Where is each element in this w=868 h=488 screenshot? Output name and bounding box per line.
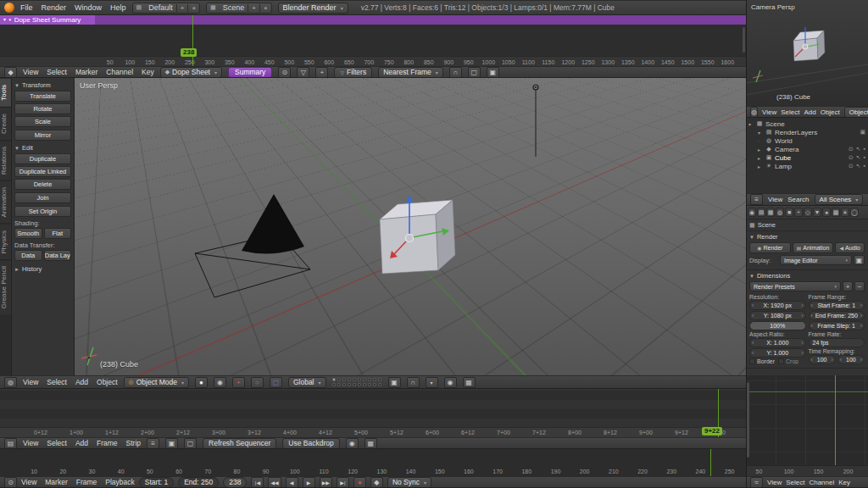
snap-magnet-icon[interactable]: ∩ xyxy=(407,377,420,388)
opengl-render-anim-icon[interactable]: ▦ xyxy=(463,377,476,388)
collapse-icon[interactable]: ▾ xyxy=(748,121,754,127)
rotate-manipulator-icon[interactable]: ○ xyxy=(251,377,264,388)
tab-grease-pencil[interactable]: Grease Pencil xyxy=(0,259,11,314)
menu-item[interactable]: Key xyxy=(838,479,850,486)
expand-icon[interactable]: ▸ xyxy=(758,147,763,152)
browse-icon[interactable]: ▦ xyxy=(207,4,220,11)
summary-toggle[interactable]: Summary xyxy=(228,67,272,78)
properties-tab[interactable]: ▤ xyxy=(757,208,765,217)
renderability-icon[interactable]: ▪ xyxy=(864,163,865,169)
snap-magnet-icon[interactable]: ∩ xyxy=(449,67,462,78)
editor-type-button[interactable]: ▤ xyxy=(4,438,17,449)
duplicate-button[interactable]: Duplicate xyxy=(14,153,71,164)
menu-item[interactable]: View xyxy=(23,378,38,386)
collapse-icon[interactable]: · xyxy=(758,138,763,143)
dope-sheet-editor[interactable]: ▾ ● Dope Sheet Summary 50100150200250300… xyxy=(0,15,746,66)
outliner-row-camera[interactable]: ▸ ◆ Camera ⊙ ↖ ▪ xyxy=(746,145,868,153)
datablock-filter-icon[interactable]: + xyxy=(315,67,328,78)
remap-old-field[interactable]: 100 xyxy=(809,355,836,364)
data-button[interactable]: Data xyxy=(14,250,42,261)
data-layout-button[interactable]: Data Lay xyxy=(44,250,72,261)
shade-flat-button[interactable]: Flat xyxy=(44,228,72,239)
menu-item[interactable]: Playback xyxy=(105,478,135,486)
render-button[interactable]: ◉Render xyxy=(749,242,791,253)
audio-button[interactable]: ◀Audio xyxy=(835,242,865,253)
scrollbar[interactable] xyxy=(743,27,745,53)
expand-icon[interactable]: ▸ xyxy=(758,164,763,169)
outliner-row-scene[interactable]: ▾ ▦ Scene xyxy=(746,119,868,128)
start-frame-field[interactable]: Start Frame: 1 xyxy=(809,301,865,310)
properties-tab[interactable]: ◯ xyxy=(850,208,859,217)
dimensions-panel-header[interactable]: ▼Dimensions xyxy=(749,272,865,280)
tab-relations[interactable]: Relations xyxy=(0,140,11,180)
properties-tab[interactable]: ● xyxy=(822,208,831,217)
snap-mode-select[interactable]: Nearest Frame xyxy=(378,67,443,78)
animation-button[interactable]: ▤Animation xyxy=(793,242,834,253)
tab-create[interactable]: Create xyxy=(0,107,11,140)
outliner-display-mode-select[interactable]: All Scenes xyxy=(815,194,864,205)
history-panel-header[interactable]: ►History xyxy=(14,265,71,273)
editor-type-button[interactable]: ≈ xyxy=(750,477,763,488)
menu-item[interactable]: View xyxy=(768,196,782,203)
timeline-editor[interactable]: 1020304050607080901001101201301401501601… xyxy=(0,449,746,476)
translate-button[interactable]: Translate xyxy=(14,91,71,102)
menu-item[interactable]: Add xyxy=(804,108,815,116)
properties-tab[interactable]: ◇ xyxy=(804,208,812,217)
menu-item[interactable]: Select xyxy=(47,378,67,386)
cone-object[interactable] xyxy=(242,194,304,254)
proxy-icon[interactable]: ◉ xyxy=(346,438,359,449)
editor-type-button[interactable]: ◆ xyxy=(4,67,17,78)
browse-icon[interactable]: ▤ xyxy=(133,4,146,11)
current-frame-indicator[interactable]: 9+22 xyxy=(702,427,722,435)
shade-smooth-button[interactable]: Smooth xyxy=(14,228,42,239)
properties-tab[interactable]: ∗ xyxy=(841,208,849,217)
remove-preset-button[interactable]: − xyxy=(854,281,865,291)
3d-viewport[interactable]: User Persp (238) Cube xyxy=(75,78,746,375)
end-frame-field[interactable]: End: 250 xyxy=(178,477,219,488)
screen-layout-selector[interactable]: ▤ Default + × xyxy=(132,3,201,14)
menu-item[interactable]: View xyxy=(23,439,38,447)
paste-keyframes-button[interactable]: ▣ xyxy=(487,67,499,78)
editor-type-button[interactable]: ≡ xyxy=(750,194,763,205)
editor-type-button[interactable]: ◍ xyxy=(750,107,758,118)
translate-manipulator-icon[interactable]: + xyxy=(232,377,245,388)
opengl-render-icon[interactable]: ◉ xyxy=(444,377,457,388)
menu-item[interactable]: Help xyxy=(110,3,126,12)
properties-tab[interactable]: ▩ xyxy=(832,208,840,217)
scrollbar[interactable] xyxy=(747,382,749,458)
overlay-icon[interactable]: ▦ xyxy=(364,438,377,449)
rotate-button[interactable]: Rotate xyxy=(14,103,71,114)
menu-item[interactable]: View xyxy=(767,479,782,486)
properties-tab[interactable]: ◉ xyxy=(748,208,756,217)
edit-panel-header[interactable]: ▼Edit xyxy=(14,144,71,152)
previous-keyframe-button[interactable]: ◀◀ xyxy=(268,477,281,488)
only-selected-filter-icon[interactable]: ⊙ xyxy=(278,67,291,78)
channel-icon[interactable]: ▢ xyxy=(184,438,197,449)
selectability-icon[interactable]: ↖ xyxy=(856,154,861,161)
filters-button[interactable]: ▽Filters xyxy=(334,67,372,78)
menu-item[interactable]: View xyxy=(762,108,776,116)
cube-object[interactable] xyxy=(793,30,825,61)
jump-to-end-button[interactable]: ▶| xyxy=(337,477,349,488)
menu-item[interactable]: View xyxy=(21,478,36,486)
render-panel-header[interactable]: ▼Render xyxy=(749,233,865,241)
visibility-eye-icon[interactable]: ⊙ xyxy=(849,146,854,152)
cursor-horizontal-line[interactable] xyxy=(746,391,868,392)
delete-layout-button[interactable]: × xyxy=(187,4,199,12)
collapse-icon[interactable]: ▾ xyxy=(758,130,763,136)
snap-element-icon[interactable]: ▾ xyxy=(426,377,438,388)
add-preset-button[interactable]: + xyxy=(843,281,853,291)
jump-to-start-button[interactable]: |◀ xyxy=(251,477,264,488)
menu-item[interactable]: Frame xyxy=(76,478,97,486)
menu-item[interactable]: Object xyxy=(97,378,118,386)
join-button[interactable]: Join xyxy=(14,192,71,203)
sync-mode-select[interactable]: No Sync xyxy=(387,477,431,488)
play-reverse-button[interactable]: ◀ xyxy=(286,477,298,488)
add-scene-button[interactable]: + xyxy=(248,4,259,12)
properties-tab[interactable]: ▼ xyxy=(813,208,821,217)
keying-set-icon[interactable]: ◆ xyxy=(370,477,383,488)
view-type-icon[interactable]: ≡ xyxy=(147,438,159,449)
crop-checkbox[interactable]: Crop xyxy=(778,358,798,364)
outliner-row-lamp[interactable]: ▸ ☀ Lamp ⊙ ↖ ▪ xyxy=(746,162,868,170)
resolution-percentage-slider[interactable]: 100% xyxy=(749,321,806,330)
